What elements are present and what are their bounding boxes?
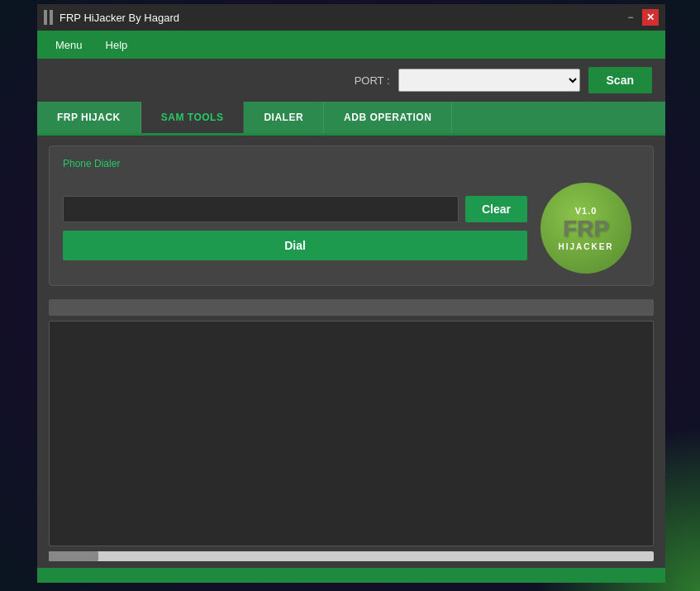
menu-item-menu[interactable]: Menu <box>44 34 94 56</box>
port-select[interactable] <box>398 69 580 92</box>
app-window: FRP HiJacker By Hagard − ✕ Menu Help POR… <box>37 4 665 583</box>
dialer-panel: Phone Dialer Clear Dial V1.0 FRP HIJACKE… <box>49 145 654 286</box>
clear-button[interactable]: Clear <box>465 196 527 222</box>
app-icon <box>44 10 53 25</box>
scroll-thumb[interactable] <box>49 551 98 561</box>
status-bar <box>49 299 654 316</box>
close-button[interactable]: ✕ <box>642 9 659 26</box>
menu-item-help[interactable]: Help <box>94 34 140 56</box>
tab-dialer[interactable]: DIALER <box>244 102 324 133</box>
menubar: Menu Help <box>37 31 665 59</box>
panel-title: Phone Dialer <box>63 158 640 169</box>
tab-frp-hijack[interactable]: FRP HIJACK <box>37 102 141 133</box>
tab-sam-tools[interactable]: SAM TOOLS <box>141 102 245 133</box>
port-row: PORT : Scan <box>37 59 665 102</box>
minimize-button[interactable]: − <box>622 9 639 26</box>
bottom-bar <box>37 568 665 583</box>
port-label: PORT : <box>355 74 390 87</box>
frp-sub-text: HIJACKER <box>558 242 613 251</box>
titlebar: FRP HiJacker By Hagard − ✕ <box>37 4 665 31</box>
log-area[interactable] <box>49 321 654 546</box>
titlebar-left: FRP HiJacker By Hagard <box>44 10 179 25</box>
frp-version: V1.0 <box>575 206 598 216</box>
frp-logo: V1.0 FRP HIJACKER <box>540 183 631 274</box>
dial-button[interactable]: Dial <box>63 231 527 260</box>
horizontal-scrollbar[interactable] <box>49 551 654 561</box>
dialer-content: Clear Dial V1.0 FRP HIJACKER <box>63 183 640 274</box>
tab-adb-operation[interactable]: ADB OPERATION <box>324 102 452 133</box>
dialer-input-row: Clear <box>63 196 527 222</box>
frp-main-text: FRP <box>563 217 609 241</box>
titlebar-controls: − ✕ <box>622 9 659 26</box>
dialer-left: Clear Dial <box>63 196 527 260</box>
phone-input[interactable] <box>63 196 459 222</box>
main-content: Phone Dialer Clear Dial V1.0 FRP HIJACKE… <box>37 136 665 568</box>
tabs: FRP HIJACK SAM TOOLS DIALER ADB OPERATIO… <box>37 102 665 136</box>
window-title: FRP HiJacker By Hagard <box>60 12 179 24</box>
scan-button[interactable]: Scan <box>588 67 652 93</box>
